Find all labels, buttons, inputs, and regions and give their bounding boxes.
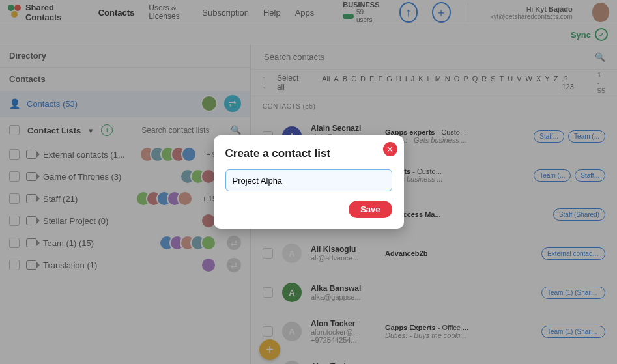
modal-title: Create a contact list (225, 147, 392, 160)
modal-overlay: ✕ Create a contact list Save (0, 0, 617, 364)
close-icon[interactable]: ✕ (383, 142, 397, 156)
list-name-input[interactable] (225, 169, 392, 191)
save-button[interactable]: Save (349, 201, 392, 218)
create-list-modal: ✕ Create a contact list Save (214, 135, 404, 229)
